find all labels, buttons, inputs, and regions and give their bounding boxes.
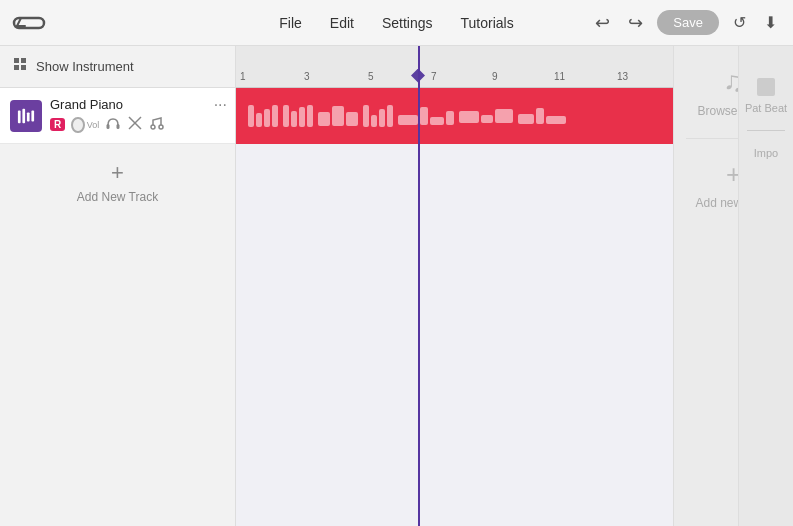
vol-knob[interactable]: Vol xyxy=(71,117,99,133)
tick-9: 9 xyxy=(492,71,498,82)
download-button[interactable]: ⬇ xyxy=(760,9,781,36)
menu-settings[interactable]: Settings xyxy=(382,15,433,31)
mute-icon[interactable] xyxy=(127,115,143,134)
add-track-icon: + xyxy=(111,160,124,186)
note-bar xyxy=(371,115,377,127)
left-panel: Show Instrument Grand Piano R Vol xyxy=(0,46,236,526)
note-bar xyxy=(387,105,393,127)
svg-rect-8 xyxy=(22,108,25,122)
right-col-panel: Pat Beat Impo xyxy=(738,46,793,526)
pat-beat-label: Pat Beat xyxy=(745,102,787,114)
show-instrument-label: Show Instrument xyxy=(36,59,134,74)
svg-rect-10 xyxy=(31,110,34,121)
svg-point-16 xyxy=(159,125,163,129)
svg-rect-5 xyxy=(14,65,19,70)
note-bar xyxy=(318,112,330,126)
note-bar xyxy=(481,115,493,123)
vol-label: Vol xyxy=(87,120,100,130)
headphone-icon[interactable] xyxy=(105,115,121,134)
show-instrument-row[interactable]: Show Instrument xyxy=(0,46,235,88)
menu-tutorials[interactable]: Tutorials xyxy=(461,15,514,31)
add-track-label: Add New Track xyxy=(77,190,158,204)
grid-icon xyxy=(14,58,28,75)
playhead-diamond[interactable] xyxy=(411,69,425,83)
pat-beat-icon xyxy=(757,78,775,96)
tick-13: 13 xyxy=(617,71,628,82)
tick-3: 3 xyxy=(304,71,310,82)
note-bar xyxy=(346,112,358,126)
import-label: Impo xyxy=(754,147,778,159)
note-bar xyxy=(459,111,479,123)
note-bar xyxy=(446,111,454,125)
note-bar xyxy=(283,105,289,127)
tick-1: 1 xyxy=(240,71,246,82)
add-track-row[interactable]: + Add New Track xyxy=(0,144,235,220)
track-info: Grand Piano R Vol xyxy=(50,97,225,134)
svg-rect-7 xyxy=(18,110,21,123)
note-bar xyxy=(291,111,297,127)
menu-edit[interactable]: Edit xyxy=(330,15,354,31)
note-bar xyxy=(518,114,534,124)
logo-icon[interactable] xyxy=(12,12,46,34)
timeline-area: 1 3 5 7 9 11 13 15 17 ◀ ▶ xyxy=(236,46,793,526)
svg-rect-3 xyxy=(14,58,19,63)
note-bar xyxy=(264,109,270,127)
note-bar xyxy=(299,107,305,127)
refresh-button[interactable]: ↺ xyxy=(729,9,750,36)
note-group-5 xyxy=(398,107,454,125)
note-bar xyxy=(420,107,428,125)
tick-11: 11 xyxy=(554,71,565,82)
note-bar xyxy=(332,106,344,126)
redo-button[interactable]: ↪ xyxy=(624,8,647,38)
save-button[interactable]: Save xyxy=(657,10,719,35)
menu-items: File Edit Settings Tutorials xyxy=(279,15,513,31)
note-group-1 xyxy=(248,105,278,127)
note-bar xyxy=(256,113,262,127)
note-bar xyxy=(379,109,385,127)
svg-rect-12 xyxy=(117,124,120,129)
note-bar xyxy=(430,117,444,125)
topbar: File Edit Settings Tutorials ↩ ↪ Save ↺ … xyxy=(0,0,793,46)
note-bar xyxy=(363,105,369,127)
note-bar xyxy=(398,115,418,125)
menu-file[interactable]: File xyxy=(279,15,302,31)
svg-point-15 xyxy=(151,125,155,129)
note-bar xyxy=(248,105,254,127)
note-group-2 xyxy=(283,105,313,127)
main-layout: Show Instrument Grand Piano R Vol xyxy=(0,46,793,526)
right-controls: ↩ ↪ Save ↺ ⬇ xyxy=(591,8,781,38)
track-controls: R Vol xyxy=(50,115,225,134)
track-row: Grand Piano R Vol xyxy=(0,88,235,144)
midi-icon[interactable] xyxy=(149,115,165,134)
note-group-6 xyxy=(459,109,513,123)
track-name: Grand Piano xyxy=(50,97,225,112)
undo-button[interactable]: ↩ xyxy=(591,8,614,38)
svg-rect-11 xyxy=(107,124,110,129)
import-section[interactable]: Impo xyxy=(750,131,782,175)
r-badge[interactable]: R xyxy=(50,118,65,131)
logo-area xyxy=(12,12,132,34)
more-options-button[interactable]: ··· xyxy=(214,96,227,114)
note-group-3 xyxy=(318,106,358,126)
track-icon xyxy=(10,100,42,132)
note-bar xyxy=(536,108,544,124)
tick-7: 7 xyxy=(431,71,437,82)
note-bar xyxy=(495,109,513,123)
svg-rect-6 xyxy=(21,65,26,70)
note-group-4 xyxy=(363,105,393,127)
note-bar xyxy=(546,116,566,124)
tick-5: 5 xyxy=(368,71,374,82)
note-group-7 xyxy=(518,108,566,124)
note-bar xyxy=(307,105,313,127)
pat-beat-section[interactable]: Pat Beat xyxy=(741,62,791,130)
svg-rect-4 xyxy=(21,58,26,63)
note-bar xyxy=(272,105,278,127)
vol-knob-circle xyxy=(71,117,84,133)
svg-rect-9 xyxy=(27,112,30,121)
